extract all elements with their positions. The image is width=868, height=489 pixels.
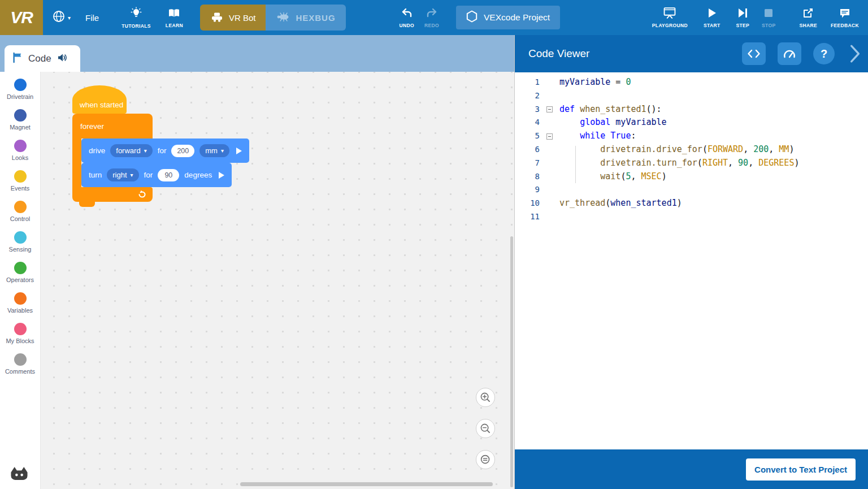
code-viewer-panel: Code Viewer ? 1myVariable = 023def when_… (515, 35, 868, 489)
drive-block[interactable]: drive forward ▾ for 200 mm ▾ (81, 139, 249, 163)
code-tab[interactable]: Code (5, 45, 80, 72)
code-text: def when_started1(): (559, 103, 662, 116)
line-number: 9 (515, 183, 540, 197)
code-text: drivetrain.turn_for(RIGHT, 90, DEGREES) (559, 157, 799, 170)
code-editor[interactable]: 1myVariable = 023def when_started1():4 g… (515, 72, 868, 449)
loop-arrow-icon (137, 190, 147, 200)
fold-column (540, 143, 559, 157)
drive-verb-label: drive (89, 146, 105, 155)
block-canvas[interactable]: when started forever drive for (41, 72, 515, 489)
start-label: START (704, 23, 720, 28)
zoom-out-button[interactable] (476, 419, 495, 438)
zoom-reset-button[interactable] (476, 450, 495, 469)
workspace-region: Code DrivetrainMagnetLooksEventsControlS… (0, 35, 515, 489)
category-dot (14, 170, 27, 183)
fold-column (540, 210, 559, 224)
speaker-icon[interactable] (57, 52, 68, 66)
category-label: Sensing (9, 246, 32, 253)
redo-button[interactable]: REDO (424, 7, 439, 28)
palette-category-variables[interactable]: Variables (0, 292, 40, 314)
stop-icon (763, 7, 774, 21)
language-menu-button[interactable]: ▾ (52, 10, 71, 25)
help-button[interactable]: ? (813, 43, 835, 64)
code-view-toggle-button[interactable] (742, 42, 766, 65)
indent-guide (575, 146, 576, 183)
start-button[interactable]: START (704, 7, 720, 28)
forever-block[interactable]: forever (72, 114, 153, 139)
hexbug-tab[interactable]: HEXBUG (266, 5, 345, 31)
turn-block[interactable]: turn right ▾ for 90 degrees (81, 163, 232, 187)
redo-label: REDO (424, 23, 439, 28)
undo-label: UNDO (400, 23, 414, 28)
palette-category-magnet[interactable]: Magnet (0, 109, 40, 131)
fold-column (540, 129, 559, 143)
forever-block-tail[interactable] (79, 202, 95, 207)
zoom-in-button[interactable] (476, 388, 495, 407)
line-number: 6 (515, 143, 540, 157)
drive-unit-value: mm (205, 146, 218, 155)
palette-category-comments[interactable]: Comments (0, 353, 40, 375)
turn-for-label: for (144, 171, 153, 179)
line-number: 5 (515, 129, 540, 143)
forever-block-arm[interactable] (72, 139, 81, 187)
dashboard-gauge-button[interactable] (778, 42, 801, 65)
palette-category-control[interactable]: Control (0, 201, 40, 222)
robot-face-icon[interactable] (9, 466, 29, 483)
block-palette-sidebar: DrivetrainMagnetLooksEventsControlSensin… (0, 72, 41, 489)
feedback-button[interactable]: FEEDBACK (831, 7, 859, 28)
forever-label: forever (80, 122, 104, 131)
drive-distance-input[interactable]: 200 (171, 145, 194, 157)
learn-button[interactable]: LEARN (166, 7, 183, 28)
turn-unit-label: degrees (184, 171, 212, 179)
code-line-7: 7 drivetrain.turn_for(RIGHT, 90, DEGREES… (515, 157, 868, 170)
line-number: 3 (515, 103, 540, 116)
run-block-play-icon[interactable] (236, 148, 242, 154)
line-number: 1 (515, 76, 540, 89)
file-menu[interactable]: File (85, 13, 99, 23)
palette-category-operators[interactable]: Operators (0, 262, 40, 283)
share-button[interactable]: SHARE (799, 7, 817, 28)
fold-column (540, 183, 559, 197)
step-label: STEP (736, 23, 749, 28)
turn-angle-input[interactable]: 90 (158, 169, 179, 181)
code-lines: 1myVariable = 023def when_started1():4 g… (515, 76, 868, 224)
run-block-play-icon[interactable] (219, 172, 224, 179)
tutorials-button[interactable]: TUTORIALS (121, 7, 151, 29)
palette-category-sensing[interactable]: Sensing (0, 231, 40, 253)
code-text: myVariable = 0 (559, 76, 631, 89)
step-icon (737, 7, 748, 21)
vr-logo[interactable]: VR (0, 0, 43, 35)
fold-column (540, 89, 559, 103)
when-started-block[interactable]: when started (72, 85, 127, 114)
drive-direction-dropdown[interactable]: forward ▾ (110, 144, 152, 157)
project-name-button[interactable]: VEXcode Project (456, 6, 560, 29)
chevron-down-icon: ▾ (221, 148, 224, 154)
step-button[interactable]: STEP (736, 7, 749, 28)
palette-category-drivetrain[interactable]: Drivetrain (0, 79, 40, 100)
line-number: 2 (515, 89, 540, 103)
convert-to-text-project-button[interactable]: Convert to Text Project (746, 458, 856, 481)
line-number: 7 (515, 157, 540, 170)
fold-collapse-button[interactable] (546, 133, 553, 140)
playground-button[interactable]: PLAYGROUND (652, 7, 688, 28)
category-dot (14, 231, 27, 244)
when-started-label: when started (80, 101, 123, 109)
vertical-scrollbar[interactable] (510, 236, 513, 487)
undo-button[interactable]: UNDO (400, 7, 414, 28)
fold-collapse-button[interactable] (546, 106, 553, 112)
learn-label: LEARN (166, 23, 183, 28)
robot-selector: VR Bot HEXBUG (200, 5, 346, 31)
drive-direction-value: forward (116, 146, 140, 155)
palette-category-events[interactable]: Events (0, 170, 40, 192)
drive-unit-dropdown[interactable]: mm ▾ (199, 144, 229, 157)
forever-block-bottom[interactable] (72, 187, 153, 202)
workspace-header-band: Code (0, 35, 515, 72)
fold-column (540, 197, 559, 210)
collapse-panel-chevron[interactable] (849, 44, 861, 63)
turn-direction-dropdown[interactable]: right ▾ (107, 168, 138, 181)
palette-category-looks[interactable]: Looks (0, 140, 40, 161)
vr-bot-tab[interactable]: VR Bot (200, 5, 266, 31)
horizontal-scrollbar[interactable] (240, 482, 493, 486)
palette-category-my-blocks[interactable]: My Blocks (0, 323, 40, 344)
stop-button[interactable]: STOP (762, 7, 775, 28)
